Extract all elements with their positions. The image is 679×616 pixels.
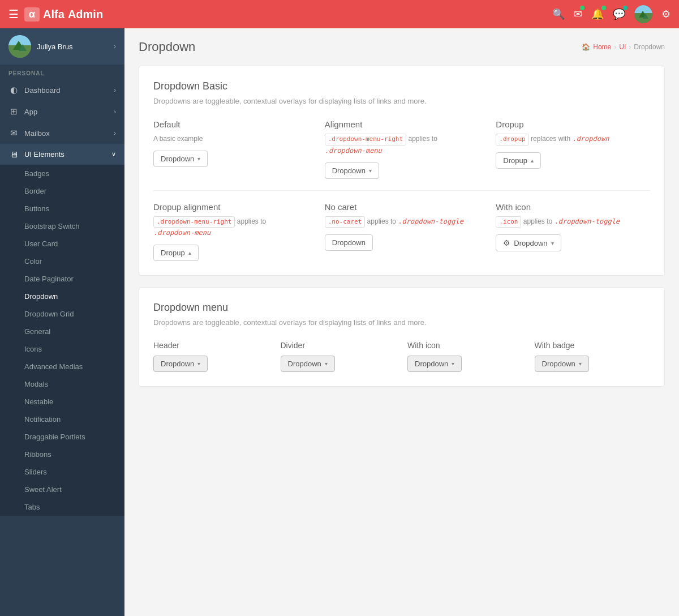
sidebar-submenu-ui: Badges Border Buttons Bootstrap Switch U…: [0, 165, 124, 516]
sidebar-user-chevron-icon: ›: [114, 42, 116, 50]
user-avatar[interactable]: [634, 5, 652, 23]
sidebar-item-label-dashboard: Dashboard: [24, 86, 61, 95]
demo-menu-with-icon: With icon Dropdown ▾: [407, 341, 523, 372]
sidebar-sub-notification[interactable]: Notification: [0, 410, 124, 428]
demo-with-icon-title: With icon: [496, 202, 650, 212]
dropdown-dropup-align-button[interactable]: Dropup ▴: [153, 245, 199, 261]
sidebar-user[interactable]: Juliya Brus ›: [0, 28, 124, 65]
code-dropup-menu-right: .dropdown-menu-right: [153, 216, 235, 228]
dropdown-dropup-align-label: Dropup: [161, 249, 185, 257]
sidebar-item-app[interactable]: ⊞ App ›: [0, 101, 124, 122]
dropdown-basic-row2: Dropup alignment .dropdown-menu-right ap…: [153, 202, 650, 262]
with-icon-code2: .dropdown-toggle: [555, 217, 620, 225]
dropdown-basic-desc: Dropdowns are toggleable, contextual ove…: [153, 97, 650, 105]
gear-icon: ⚙: [503, 238, 510, 247]
demo-with-icon: With icon .icon applies to .dropdown-tog…: [496, 202, 650, 262]
dropdown-default-caret: ▾: [197, 156, 200, 162]
sidebar-sub-bootstrap-switch[interactable]: Bootstrap Switch: [0, 217, 124, 235]
demo-menu-divider-title: Divider: [281, 341, 397, 350]
sidebar-sub-advanced-medias[interactable]: Advanced Medias: [0, 358, 124, 375]
dropdown-no-caret-button[interactable]: Dropdown: [325, 234, 373, 251]
with-icon-text1: applies to: [523, 217, 555, 225]
demo-menu-divider: Divider Dropdown ▾: [281, 341, 397, 372]
dropdown-menu-divider-label: Dropdown: [288, 360, 321, 368]
dropdown-menu-header-label: Dropdown: [161, 360, 194, 368]
bell-badge: [601, 6, 606, 10]
demo-alignment: Alignment .dropdown-menu-right applies t…: [325, 119, 479, 179]
dropdown-alignment-button[interactable]: Dropdown ▾: [325, 162, 379, 179]
sidebar-item-mailbox[interactable]: ✉ Mailbox ›: [0, 122, 124, 144]
dropdown-menu-icon-label: Dropdown: [415, 360, 448, 368]
code-no-caret: .no-caret: [325, 216, 366, 228]
mail-icon[interactable]: ✉: [574, 8, 582, 20]
dropdown-no-caret-label: Dropdown: [332, 238, 366, 247]
sidebar-item-ui-elements[interactable]: 🖥 UI Elements ∨: [0, 144, 124, 165]
sidebar-avatar: [8, 35, 31, 58]
dropdown-menu-section: Dropdown menu Dropdowns are toggleable, …: [139, 287, 665, 387]
sidebar-sub-nestable[interactable]: Nestable: [0, 393, 124, 410]
sidebar-sub-general[interactable]: General: [0, 323, 124, 340]
sidebar-sub-icons[interactable]: Icons: [0, 340, 124, 358]
dashboard-icon: ◐: [8, 85, 19, 95]
dropdown-default-button[interactable]: Dropdown ▾: [153, 151, 208, 167]
dropdown-dropup-button[interactable]: Dropup ▴: [496, 152, 541, 169]
settings-icon[interactable]: ⚙: [661, 8, 671, 20]
breadcrumb-sep-1: ›: [614, 43, 616, 51]
dropdown-menu-divider-caret: ▾: [325, 361, 328, 367]
sidebar-item-label-ui: UI Elements: [24, 150, 65, 159]
sidebar-sub-sweet-alert[interactable]: Sweet Alert: [0, 481, 124, 498]
code-icon: .icon: [496, 216, 521, 228]
sidebar-sub-dropdown-grid[interactable]: Dropdown Grid: [0, 305, 124, 323]
navbar-right: 🔍 ✉ 🔔 💬 ⚙: [552, 5, 671, 23]
search-icon[interactable]: 🔍: [552, 8, 565, 20]
sidebar-sub-sliders[interactable]: Sliders: [0, 463, 124, 481]
dropdown-menu-icon-button[interactable]: Dropdown ▾: [407, 356, 462, 372]
dropdown-menu-header-button[interactable]: Dropdown ▾: [153, 356, 208, 372]
dropdown-menu-badge-label: Dropdown: [542, 360, 575, 368]
chevron-down-icon: ∨: [111, 151, 116, 158]
hamburger-button[interactable]: ☰: [8, 7, 19, 21]
dropdown-menu-badge-button[interactable]: Dropdown ▾: [535, 356, 589, 372]
demo-menu-with-badge-title: With badge: [535, 341, 651, 350]
demo-no-caret-desc: .no-caret applies to .dropdown-toggle: [325, 216, 479, 228]
code-dropup: .dropup: [496, 134, 528, 146]
sidebar-sub-draggable-portlets[interactable]: Draggable Portlets: [0, 428, 124, 446]
sidebar-item-label-app: App: [24, 108, 37, 116]
sidebar-sub-border[interactable]: Border: [0, 182, 124, 200]
no-caret-code2: .dropdown-toggle: [398, 217, 463, 225]
mailbox-icon: ✉: [8, 128, 19, 138]
dropdown-basic-section: Dropdown Basic Dropdowns are toggleable,…: [139, 66, 665, 276]
sidebar-sub-buttons[interactable]: Buttons: [0, 200, 124, 217]
demo-default-title: Default: [153, 119, 308, 129]
demo-menu-header: Header Dropdown ▾: [153, 341, 269, 372]
sidebar-sub-tabs[interactable]: Tabs: [0, 498, 124, 516]
chevron-right-icon: ›: [114, 87, 116, 93]
sidebar-sub-ribbons[interactable]: Ribbons: [0, 446, 124, 463]
dropdown-default-label: Dropdown: [161, 155, 194, 163]
chat-icon[interactable]: 💬: [613, 8, 625, 20]
page-header: Dropdown 🏠 Home › UI › Dropdown: [139, 40, 665, 54]
dropdown-menu-badge-caret: ▾: [579, 361, 582, 367]
demo-dropup: Dropup .dropup replaces with .dropdown D…: [496, 119, 650, 179]
section-divider: [153, 190, 650, 191]
sidebar-item-dashboard[interactable]: ◐ Dashboard ›: [0, 79, 124, 101]
sidebar-sub-date-paginator[interactable]: Date Paginator: [0, 270, 124, 288]
breadcrumb-current: Dropdown: [634, 43, 665, 51]
breadcrumb-home[interactable]: Home: [593, 43, 611, 51]
sidebar-sub-dropdown[interactable]: Dropdown: [0, 288, 124, 305]
bell-icon[interactable]: 🔔: [591, 8, 604, 20]
demo-menu-with-badge: With badge Dropdown ▾: [535, 341, 651, 372]
breadcrumb-section[interactable]: UI: [619, 43, 626, 51]
sidebar-sub-badges[interactable]: Badges: [0, 165, 124, 182]
sidebar-sub-color[interactable]: Color: [0, 253, 124, 270]
sidebar-sub-user-card[interactable]: User Card: [0, 235, 124, 253]
code-dropdown-menu-right: .dropdown-menu-right: [325, 134, 406, 146]
sidebar-sub-modals[interactable]: Modals: [0, 375, 124, 393]
chat-badge: [623, 6, 628, 10]
main-content: Dropdown 🏠 Home › UI › Dropdown Dropdown…: [124, 28, 679, 616]
demo-with-icon-desc: .icon applies to .dropdown-toggle: [496, 216, 650, 228]
dropdown-menu-divider-button[interactable]: Dropdown ▾: [281, 356, 335, 372]
ui-elements-icon: 🖥: [8, 149, 19, 159]
navbar-left: ☰ α AlfaAdmin: [8, 7, 132, 22]
dropdown-with-icon-button[interactable]: ⚙ Dropdown ▾: [496, 234, 561, 251]
